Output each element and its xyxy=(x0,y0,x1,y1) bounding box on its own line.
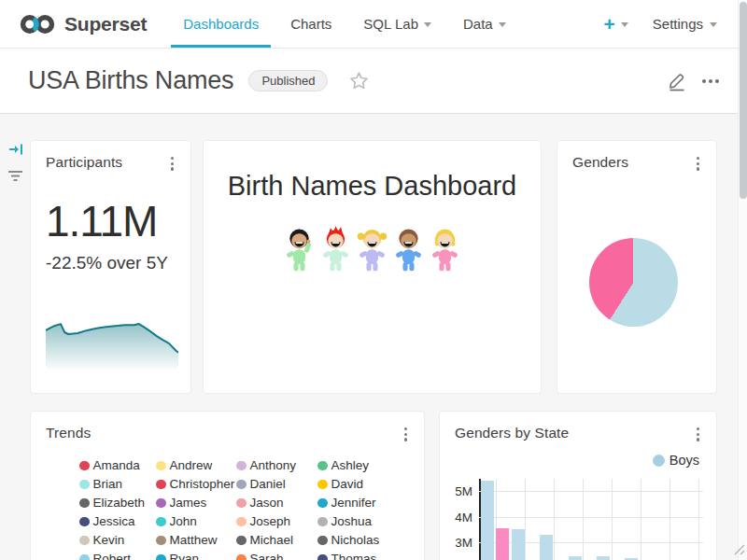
legend-label: Anthony xyxy=(250,458,297,472)
legend-label: Jessica xyxy=(93,514,135,528)
legend-dot xyxy=(156,517,166,527)
page-title: USA Births Names xyxy=(28,66,233,95)
legend-item[interactable]: Robert xyxy=(79,553,156,560)
expand-filter-bar-icon[interactable] xyxy=(8,142,24,161)
legend-dot xyxy=(317,536,328,546)
legend-label: Jennifer xyxy=(331,496,376,510)
legend-dot xyxy=(156,554,166,560)
legend-item[interactable]: Jennifer xyxy=(317,497,424,511)
chart-menu-kebab-icon[interactable] xyxy=(167,154,177,174)
legend-item[interactable]: David xyxy=(317,478,424,492)
legend-label: Elizabeth xyxy=(93,496,146,510)
legend-dot xyxy=(317,517,328,527)
favorite-star-icon[interactable] xyxy=(348,70,370,91)
legend-dot xyxy=(236,554,247,560)
nav-tabs: Dashboards Charts SQL Lab Data xyxy=(167,0,521,48)
new-item-button[interactable]: + xyxy=(604,14,628,34)
legend-dot xyxy=(236,480,247,490)
legend-label: Robert xyxy=(93,552,132,560)
legend-label: Joshua xyxy=(331,514,373,528)
legend-dot xyxy=(79,461,90,471)
legend-item[interactable]: Jason xyxy=(236,497,317,511)
bar[interactable] xyxy=(597,556,610,560)
more-options-button[interactable] xyxy=(700,76,721,87)
y-axis-tick: 5M xyxy=(455,484,472,498)
chevron-down-icon xyxy=(499,22,506,27)
genders-pie-chart[interactable] xyxy=(589,238,678,327)
legend-dot xyxy=(79,498,90,509)
big-number-value: 1.11M xyxy=(46,196,190,246)
brand[interactable]: Superset xyxy=(19,0,147,48)
legend-dot xyxy=(156,480,166,490)
chevron-down-icon xyxy=(710,22,717,27)
chart-card-participants: Participants 1.11M -22.5% over 5Y xyxy=(30,140,191,394)
legend-item[interactable]: Daniel xyxy=(236,478,317,492)
legend-label: James xyxy=(170,496,207,510)
legend-item[interactable]: Ryan xyxy=(156,553,236,560)
legend-item[interactable]: Brian xyxy=(79,478,156,492)
participants-sparkline-chart[interactable] xyxy=(46,321,178,370)
legend-item[interactable]: James xyxy=(156,497,236,511)
superset-logo-icon xyxy=(19,13,56,35)
edit-dashboard-button[interactable] xyxy=(667,71,687,91)
legend-label: Sarah xyxy=(250,552,284,560)
bar[interactable] xyxy=(512,529,525,560)
legend-dot xyxy=(236,461,247,471)
legend-label: Thomas xyxy=(331,552,377,560)
published-badge[interactable]: Published xyxy=(248,70,328,91)
legend-item[interactable]: Michael xyxy=(236,534,317,548)
baby-figure xyxy=(428,226,462,276)
bar[interactable] xyxy=(540,535,553,560)
legend-item[interactable]: Ashley xyxy=(317,459,424,473)
bar[interactable] xyxy=(481,481,494,560)
chart-card-genders: Genders xyxy=(557,140,717,394)
legend-label: Kevin xyxy=(93,533,125,547)
legend-item[interactable]: Nicholas xyxy=(317,534,424,548)
chart-menu-kebab-icon[interactable] xyxy=(401,425,411,444)
nav-tab-charts[interactable]: Charts xyxy=(275,0,347,48)
bar[interactable] xyxy=(569,556,582,560)
baby-figure xyxy=(355,226,389,276)
nav-tab-dashboards[interactable]: Dashboards xyxy=(167,0,275,48)
chevron-down-icon xyxy=(424,22,431,27)
legend-item[interactable]: Elizabeth xyxy=(79,497,156,511)
chart-menu-kebab-icon[interactable] xyxy=(693,425,703,444)
legend-item[interactable]: Amanda xyxy=(79,459,156,473)
legend-label: Andrew xyxy=(170,458,213,472)
markdown-heading: Birth Names Dashboard xyxy=(204,171,541,202)
legend-item[interactable]: Joshua xyxy=(317,515,424,529)
chart-title: Genders xyxy=(572,154,628,171)
scrollbar xyxy=(738,0,747,560)
legend-item-boys[interactable]: Boys xyxy=(653,453,699,468)
chart-menu-kebab-icon[interactable] xyxy=(693,154,703,174)
legend-item[interactable]: Matthew xyxy=(156,534,236,548)
legend-item[interactable]: John xyxy=(156,515,236,529)
legend-item[interactable]: Jessica xyxy=(79,515,156,529)
legend-item[interactable]: Christopher xyxy=(156,478,236,492)
nav-tab-sql-lab[interactable]: SQL Lab xyxy=(347,0,447,48)
plus-icon: + xyxy=(604,14,615,34)
dashboard-header: USA Births Names Published xyxy=(0,49,747,114)
filter-icon[interactable] xyxy=(7,169,23,186)
scrollbar-thumb[interactable] xyxy=(740,2,747,199)
legend-item[interactable]: Kevin xyxy=(79,534,156,548)
babies-image xyxy=(204,226,541,276)
legend-dot xyxy=(156,536,166,546)
legend-label: Jason xyxy=(250,496,284,510)
legend-item[interactable]: Andrew xyxy=(156,459,236,473)
baby-figure xyxy=(391,226,426,276)
legend-dot xyxy=(79,554,90,560)
settings-menu[interactable]: Settings xyxy=(653,16,717,32)
legend-item[interactable]: Anthony xyxy=(236,459,317,473)
legend-item[interactable]: Sarah xyxy=(236,553,317,560)
legend-item[interactable]: Thomas xyxy=(317,553,424,560)
legend-label: Ryan xyxy=(170,552,200,560)
chart-card-genders-by-state: Genders by State Boys 5M4M3M xyxy=(439,411,717,560)
bar[interactable] xyxy=(496,528,509,560)
legend-dot xyxy=(79,536,90,546)
legend-label: Christopher xyxy=(170,477,235,491)
resize-handle[interactable] xyxy=(730,540,745,559)
legend-dot xyxy=(156,461,166,471)
legend-item[interactable]: Joseph xyxy=(236,515,317,529)
nav-tab-data[interactable]: Data xyxy=(447,0,522,48)
